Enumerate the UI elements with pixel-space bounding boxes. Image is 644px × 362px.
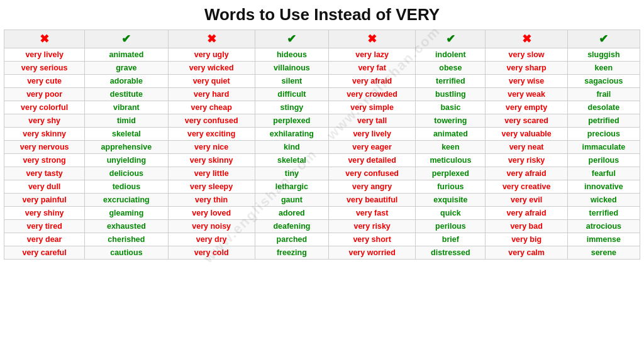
table-cell: precious — [567, 128, 640, 141]
table-row: very tiredexhaustedvery noisydeafeningve… — [4, 220, 640, 233]
table-cell: very detailed — [329, 154, 416, 167]
table-cell: parched — [255, 233, 328, 246]
table-cell: very skinny — [168, 154, 255, 167]
table-cell: innovative — [567, 180, 640, 194]
table-cell: very cold — [168, 246, 255, 260]
table-cell: deafening — [255, 220, 328, 233]
table-cell: very quiet — [168, 75, 255, 88]
col1-icon: ✖ — [4, 30, 85, 48]
table-cell: very evil — [486, 194, 567, 207]
table-row: very nervousapprehensivevery nicekindver… — [4, 141, 640, 154]
table-cell: very loved — [168, 207, 255, 220]
page-title: Words to Use Instead of VERY — [4, 5, 640, 25]
table-cell: very painful — [4, 194, 85, 207]
table-cell: very colorful — [4, 101, 85, 114]
table-cell: very risky — [486, 154, 567, 167]
table-cell: sluggish — [567, 48, 640, 62]
table-cell: very little — [168, 167, 255, 180]
table-cell: very shy — [4, 114, 85, 128]
table-cell: quick — [416, 207, 486, 220]
table-cell: skeletal — [85, 128, 168, 141]
table-cell: very dull — [4, 180, 85, 194]
table-cell: perilous — [416, 220, 486, 233]
table-cell: very poor — [4, 88, 85, 101]
table-cell: brief — [416, 233, 486, 246]
table-cell: wicked — [567, 194, 640, 207]
table-cell: very crowded — [329, 88, 416, 101]
table-cell: exquisite — [416, 194, 486, 207]
table-cell: very short — [329, 233, 416, 246]
table-cell: fearful — [567, 167, 640, 180]
table-cell: very sharp — [486, 62, 567, 75]
table-row: very dearcherishedvery dryparchedvery sh… — [4, 233, 640, 246]
table-cell: very noisy — [168, 220, 255, 233]
table-cell: immaculate — [567, 141, 640, 154]
table-row: very painfulexcruciatingvery thingauntve… — [4, 194, 640, 207]
col3-icon: ✖ — [168, 30, 255, 48]
table-cell: very angry — [329, 180, 416, 194]
table-cell: distressed — [416, 246, 486, 260]
table-cell: difficult — [255, 88, 328, 101]
table-cell: animated — [416, 128, 486, 141]
table-cell: cautious — [85, 246, 168, 260]
table-cell: very serious — [4, 62, 85, 75]
table-cell: desolate — [567, 101, 640, 114]
table-cell: very nice — [168, 141, 255, 154]
table-cell: exhausted — [85, 220, 168, 233]
table-cell: very worried — [329, 246, 416, 260]
table-cell: very strong — [4, 154, 85, 167]
table-cell: very shiny — [4, 207, 85, 220]
table-row: very poordestitutevery harddifficultvery… — [4, 88, 640, 101]
table-cell: very ugly — [168, 48, 255, 62]
table-cell: very tasty — [4, 167, 85, 180]
table-cell: obese — [416, 62, 486, 75]
table-cell: very big — [486, 233, 567, 246]
col5-icon: ✖ — [329, 30, 416, 48]
table-cell: keen — [567, 62, 640, 75]
table-cell: very calm — [486, 246, 567, 260]
table-cell: timid — [85, 114, 168, 128]
table-cell: apprehensive — [85, 141, 168, 154]
table-cell: excruciating — [85, 194, 168, 207]
table-cell: very hard — [168, 88, 255, 101]
table-cell: very eager — [329, 141, 416, 154]
table-cell: skeletal — [255, 154, 328, 167]
table-cell: towering — [416, 114, 486, 128]
col7-icon: ✖ — [486, 30, 567, 48]
table-cell: terrified — [567, 207, 640, 220]
table-cell: very afraid — [486, 167, 567, 180]
table-cell: adored — [255, 207, 328, 220]
table-cell: very weak — [486, 88, 567, 101]
table-cell: very confused — [168, 114, 255, 128]
page: Words to Use Instead of VERY www.english… — [0, 0, 644, 265]
table-cell: perplexed — [416, 167, 486, 180]
table-cell: keen — [416, 141, 486, 154]
table-cell: very creative — [486, 180, 567, 194]
table-cell: very nervous — [4, 141, 85, 154]
table-row: very colorfulvibrantvery cheapstingyvery… — [4, 101, 640, 114]
table-cell: kind — [255, 141, 328, 154]
table-cell: immense — [567, 233, 640, 246]
table-cell: very tall — [329, 114, 416, 128]
table-cell: very fast — [329, 207, 416, 220]
table-cell: animated — [85, 48, 168, 62]
table-cell: very valuable — [486, 128, 567, 141]
table-cell: freezing — [255, 246, 328, 260]
col2-icon: ✔ — [85, 30, 168, 48]
col6-icon: ✔ — [416, 30, 486, 48]
table-row: very shytimidvery confusedperplexedvery … — [4, 114, 640, 128]
table-cell: vibrant — [85, 101, 168, 114]
table-row: very tastydeliciousvery littletinyvery c… — [4, 167, 640, 180]
table-cell: adorable — [85, 75, 168, 88]
table-cell: very scared — [486, 114, 567, 128]
table-cell: very slow — [486, 48, 567, 62]
table-cell: tiny — [255, 167, 328, 180]
table-cell: cherished — [85, 233, 168, 246]
table-cell: very confused — [329, 167, 416, 180]
table-cell: very simple — [329, 101, 416, 114]
table-cell: delicious — [85, 167, 168, 180]
table-cell: stingy — [255, 101, 328, 114]
table-cell: silent — [255, 75, 328, 88]
table-cell: sagacious — [567, 75, 640, 88]
table-cell: basic — [416, 101, 486, 114]
